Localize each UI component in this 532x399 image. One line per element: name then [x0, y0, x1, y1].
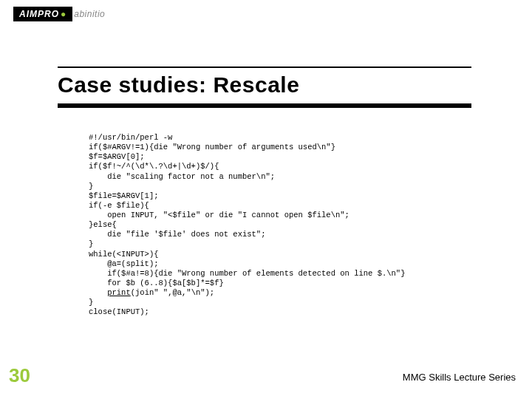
code-block: #!/usr/bin/perl -w if($#ARGV!=1){die "Wr…: [89, 133, 405, 317]
code-line: open INPUT, "<$file" or die "I cannot op…: [89, 211, 349, 219]
code-line: while(<INPUT>){: [89, 250, 159, 259]
code-line: #!/usr/bin/perl -w: [89, 133, 172, 142]
code-line: }: [89, 182, 93, 191]
code-line-indent: [89, 288, 107, 297]
code-line: for $b (6..8){$a[$b]*=$f}: [89, 279, 224, 287]
title-rule-top: [58, 66, 471, 68]
code-line: if($#ARGV!=1){die "Wrong number of argum…: [89, 143, 335, 151]
code-line: if($#a!=8){die "Wrong number of elements…: [89, 269, 405, 278]
code-print-keyword: print: [107, 288, 131, 297]
logo-main-text: AIMPRO: [19, 9, 59, 19]
code-line: $file=$ARGV[1];: [89, 191, 159, 200]
logo: AIMPRO● abinitio: [13, 6, 105, 22]
code-line: }: [89, 239, 93, 248]
page-number: 30: [9, 364, 30, 387]
logo-sub-text: abinitio: [74, 9, 105, 19]
title-rule-bottom: [58, 103, 471, 108]
code-line: die "file '$file' does not exist";: [89, 230, 265, 239]
code-line: @a=(split);: [89, 259, 159, 268]
code-line: $f=$ARGV[0];: [89, 152, 145, 161]
code-line: }: [89, 298, 93, 307]
code-line: }else{: [89, 220, 117, 229]
logo-dot-icon: ●: [61, 9, 66, 19]
slide-title: Case studies: Rescale: [58, 72, 299, 98]
code-line: if($f!~/^(\d*\.?\d+|\d+)$/){: [89, 162, 219, 171]
logo-main: AIMPRO●: [13, 7, 72, 21]
footer-text: MMG Skills Lecture Series: [403, 372, 516, 383]
code-line-rest: (join" ",@a,"\n");: [131, 288, 214, 297]
code-line: die "scaling factor not a number\n";: [89, 172, 275, 181]
code-line: if(-e $file){: [89, 201, 149, 210]
code-line: close(INPUT);: [89, 307, 149, 316]
